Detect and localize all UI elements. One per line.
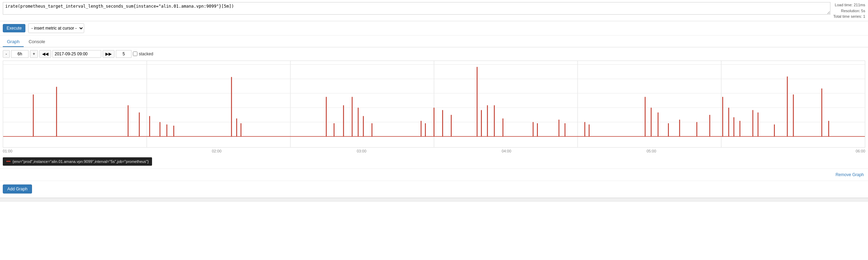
bottom-bar: Remove Graph (0, 168, 868, 181)
tab-console[interactable]: Console (24, 37, 49, 47)
resolution-info: Resolution: 5s (833, 8, 865, 14)
add-graph-button[interactable]: Add Graph (3, 184, 32, 194)
graph-controls: - + ◀◀ ▶▶ stacked (0, 47, 868, 61)
remove-graph-link[interactable]: Remove Graph (836, 172, 864, 177)
top-info: Load time: 211ms Resolution: 5s Total ti… (833, 2, 865, 19)
datetime-input[interactable] (53, 50, 101, 58)
legend-text: {env="prod",instance="alin.01.amana.vpn:… (13, 159, 149, 164)
tabs-bar: Graph Console (0, 36, 868, 47)
tab-graph[interactable]: Graph (3, 37, 24, 47)
range-minus-button[interactable]: - (3, 50, 10, 58)
load-time: Load time: 211ms (833, 2, 865, 8)
stacked-checkbox[interactable] (133, 52, 137, 56)
metric-select[interactable]: - insert metric at cursor - (29, 24, 84, 33)
time-back-button[interactable]: ◀◀ (39, 50, 51, 58)
resolution-input[interactable] (116, 50, 132, 58)
x-label-2: 02:00 (148, 149, 286, 153)
x-label-4: 04:00 (438, 149, 576, 153)
insert-metric-dropdown[interactable]: - insert metric at cursor - (28, 23, 84, 33)
legend-box: {env="prod",instance="alin.01.amana.vpn:… (3, 157, 152, 166)
x-label-6: 06:00 (727, 149, 866, 153)
stacked-label[interactable]: stacked (133, 52, 153, 56)
query-input[interactable]: irate(prometheus_target_interval_length_… (3, 2, 830, 15)
add-graph-section: Add Graph (0, 181, 868, 198)
time-forward-button[interactable]: ▶▶ (103, 50, 114, 58)
chart-svg (3, 61, 865, 147)
x-label-3: 03:00 (293, 149, 431, 153)
total-series: Total time series: 1 (833, 14, 865, 19)
chart-container (3, 61, 865, 148)
scrollbar[interactable] (0, 198, 868, 202)
legend-color-indicator (6, 161, 10, 162)
range-input[interactable] (11, 50, 29, 58)
stacked-text: stacked (139, 52, 153, 56)
range-plus-button[interactable]: + (30, 50, 38, 58)
toolbar: Execute - insert metric at cursor - (0, 21, 868, 36)
x-label-1: 01:00 (3, 149, 141, 153)
top-bar: irate(prometheus_target_interval_length_… (0, 0, 868, 21)
x-label-5: 05:00 (582, 149, 720, 153)
execute-button[interactable]: Execute (3, 24, 25, 32)
x-axis: 01:00 02:00 03:00 04:00 05:00 06:00 (0, 148, 868, 155)
